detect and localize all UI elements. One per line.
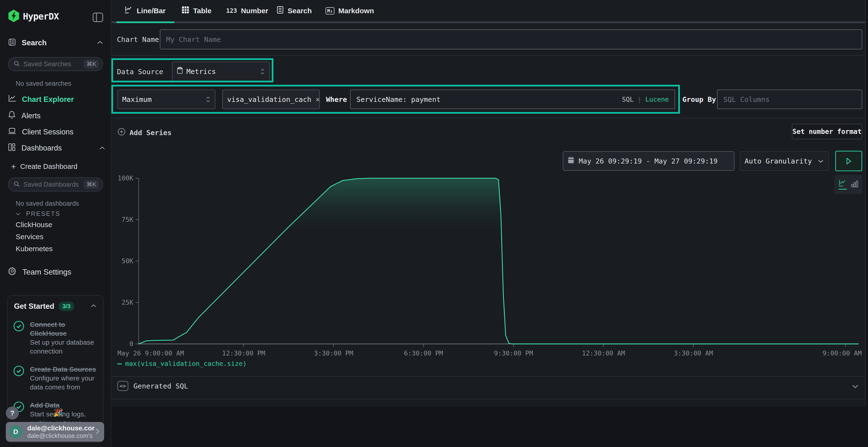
search-icon — [13, 181, 20, 188]
x-tick-label: May 26 9:00:00 AM — [117, 349, 184, 357]
chart-legend[interactable]: — max(visa_validation_cache.size) — [117, 359, 247, 368]
checklist-item-title: Connect to ClickHouse — [30, 320, 97, 338]
plus-circle-icon — [117, 128, 126, 138]
sidebar-item-kubernetes[interactable]: Kubernetes — [16, 245, 53, 253]
tab-label: Search — [288, 7, 312, 15]
select-chevrons-icon — [206, 96, 211, 103]
data-source-label: Data Source — [117, 68, 163, 76]
help-label: ? — [10, 409, 14, 417]
aggregation-select[interactable]: Maximum — [117, 90, 215, 109]
date-range-value: May 26 09:29:19 - May 27 09:29:19 — [579, 157, 717, 165]
select-chevrons-icon — [260, 68, 265, 75]
sidebar-item-label: Alerts — [22, 111, 40, 120]
sql-mode-toggle[interactable]: SQL — [622, 96, 633, 103]
saved-searches-input[interactable]: Saved Searches ⌘K — [8, 57, 103, 71]
chevron-up-icon[interactable] — [90, 304, 97, 309]
saved-dashboards-input[interactable]: Saved Dashboards ⌘K — [8, 177, 103, 192]
metric-chip[interactable]: visa_validation_cach ✕ — [222, 90, 320, 109]
calendar-icon — [567, 157, 574, 166]
where-label: Where — [326, 95, 347, 104]
chevron-right-icon — [94, 427, 100, 436]
tab-markdown[interactable]: M↓ Markdown — [326, 0, 374, 22]
tab-label: Markdown — [338, 7, 374, 15]
table-icon — [182, 6, 189, 15]
tabbar-underline-active — [117, 22, 174, 23]
presets-group-toggle[interactable]: PRESETS — [15, 210, 60, 217]
create-dashboard-label: Create Dashboard — [20, 163, 78, 171]
plus-icon: + — [11, 162, 16, 171]
user-email: dale@clickhouse.com — [27, 424, 94, 432]
sidebar-item-label: Chart Explorer — [22, 95, 74, 104]
sidebar-item-chart-explorer[interactable]: Chart Explorer — [0, 93, 112, 106]
sidebar-item-alerts[interactable]: Alerts — [0, 109, 112, 123]
app-title: HyperDX — [23, 11, 59, 22]
sidebar: HyperDX Search Saved Searches ⌘K No save… — [0, 0, 112, 447]
bell-icon — [8, 111, 16, 121]
main-content: Line/Bar Table 123 Number Search M↓ M — [112, 0, 866, 407]
divider — [112, 399, 866, 399]
chevron-down-icon[interactable] — [851, 383, 859, 390]
sidebar-item-client-sessions[interactable]: Client Sessions — [0, 125, 112, 139]
tab-number[interactable]: 123 Number — [226, 0, 268, 22]
check-circle-icon — [13, 320, 25, 356]
y-tick-label: 25K — [122, 299, 133, 306]
y-tick-label: 75K — [122, 216, 133, 223]
get-started-badge: 3/3 — [59, 302, 74, 311]
add-series-button[interactable]: Add Series — [117, 128, 172, 138]
markdown-icon: M↓ — [326, 7, 334, 14]
sidebar-item-services[interactable]: Services — [16, 233, 43, 241]
toggle-separator: | — [638, 96, 641, 103]
avatar: D — [9, 425, 23, 439]
legend-label: max(visa_validation_cache.size) — [125, 360, 247, 367]
aggregation-value: Maximum — [122, 95, 152, 104]
help-button[interactable]: ? — [6, 407, 19, 419]
where-value: ServiceName: payment — [356, 95, 440, 104]
set-number-format-button[interactable]: Set number format — [792, 124, 862, 139]
chart-name-input[interactable] — [160, 29, 862, 49]
collapse-sidebar-icon[interactable] — [93, 12, 103, 23]
x-tick-label: 9:30:00 PM — [494, 349, 533, 357]
where-input[interactable]: ServiceName: payment SQL | Lucene — [350, 90, 675, 109]
no-saved-dashboards-note: No saved dashboards — [16, 200, 79, 207]
database-icon — [177, 67, 183, 76]
group-by-input[interactable] — [717, 90, 862, 109]
y-tick-label: 0 — [129, 340, 133, 347]
tab-line-bar[interactable]: Line/Bar — [125, 0, 166, 22]
create-dashboard-button[interactable]: + Create Dashboard — [0, 160, 112, 173]
number-123-icon: 123 — [226, 7, 237, 14]
data-source-select[interactable]: Metrics — [172, 62, 270, 81]
granularity-value: Auto Granularity — [745, 157, 812, 165]
user-menu[interactable]: D dale@clickhouse.com dale@clickhouse.co… — [6, 422, 104, 442]
lucene-mode-toggle[interactable]: Lucene — [645, 96, 669, 103]
checklist-item-title: Add Data — [30, 401, 97, 410]
saved-dashboards-placeholder: Saved Dashboards — [23, 181, 84, 188]
timeseries-chart[interactable]: 025K50K75K100KMay 26 9:00:00 AM12:30:00 … — [112, 169, 862, 359]
legend-dash: — — [117, 359, 122, 368]
x-tick-label: 3:30:00 AM — [674, 349, 713, 357]
tab-table[interactable]: Table — [182, 0, 212, 22]
sidebar-section-search[interactable]: Search — [22, 38, 46, 47]
chevron-up-icon[interactable] — [96, 40, 104, 46]
close-icon[interactable]: ✕ — [316, 95, 320, 103]
checklist-item-desc: Set up your database connection — [30, 338, 97, 356]
sidebar-item-dashboards[interactable]: Dashboards — [0, 141, 112, 155]
series-area — [138, 178, 858, 344]
saved-searches-shortcut: ⌘K — [84, 60, 99, 69]
saved-dashboards-shortcut: ⌘K — [84, 180, 99, 189]
granularity-select[interactable]: Auto Granularity — [740, 151, 829, 171]
tab-search[interactable]: Search — [277, 0, 312, 22]
sidebar-item-label: Client Sessions — [22, 128, 73, 136]
run-query-button[interactable] — [835, 151, 862, 171]
saved-searches-placeholder: Saved Searches — [23, 61, 84, 68]
checklist-item[interactable]: Connect to ClickHouse Set up your databa… — [8, 320, 103, 356]
chart-name-label: Chart Name — [117, 35, 159, 44]
chevron-up-icon[interactable] — [99, 144, 105, 152]
tab-label: Number — [241, 7, 268, 15]
line-chart-icon — [125, 6, 133, 15]
checklist-item[interactable]: Create Data Sources Configure where your… — [8, 365, 103, 392]
generated-sql-toggle[interactable]: <> Generated SQL — [117, 381, 188, 391]
date-range-picker[interactable]: May 26 09:29:19 - May 27 09:29:19 — [563, 151, 735, 171]
x-tick-label: 12:30:00 PM — [222, 349, 265, 357]
sidebar-item-team-settings[interactable]: Team Settings — [0, 265, 112, 279]
sidebar-item-clickhouse[interactable]: ClickHouse — [16, 220, 52, 229]
